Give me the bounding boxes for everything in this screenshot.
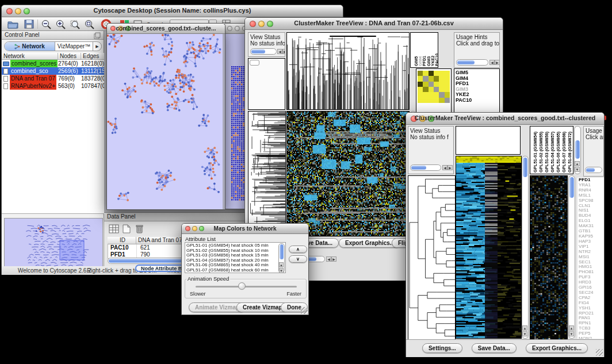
tv2-column-tree — [456, 126, 521, 155]
view-status-message: No status info f — [250, 40, 283, 47]
col-header-edges[interactable]: Edges — [81, 53, 104, 59]
matrix-cell — [439, 76, 444, 81]
mini-panel — [250, 60, 259, 66]
attribute-list[interactable]: GPL51-01 (GSM854) heat shock 05 minGPL51… — [185, 242, 286, 273]
matrix-cell — [439, 87, 444, 92]
tv2-view-status: View Status No status info f ◀▶ — [408, 126, 454, 174]
tv1-column-dendrogram[interactable] — [286, 32, 410, 110]
network-edges: 107847(0) — [81, 83, 104, 89]
treeview2-titlebar[interactable]: ClusterMaker TreeView : combined_scores_… — [406, 113, 604, 125]
tv1-column-label[interactable]: PAC10 — [434, 36, 438, 66]
open-file-icon[interactable] — [7, 19, 18, 29]
matrix-cell — [439, 92, 444, 97]
tv2-labels-vscrollbar[interactable]: ▲▼ — [574, 126, 581, 174]
attribute-item[interactable]: GPL51-07 (GSM868) heat shock 60 min — [186, 268, 284, 273]
tv2-column-label[interactable]: GPL51-03 (GSM856) — [544, 128, 549, 173]
tv2-mini-heatmap[interactable] — [530, 175, 568, 340]
tv2-button-export-graphics[interactable]: Export Graphics... — [526, 343, 588, 353]
tv2-row-dendrogram[interactable] — [408, 175, 456, 340]
tab-vizmapper[interactable]: VizMapper™ — [55, 42, 93, 51]
tv2-usage-hints: Usage Hints Click and drag — [583, 126, 604, 177]
col-header-nodes[interactable]: Nodes — [58, 53, 81, 59]
tv2-genes-vscrollbar[interactable]: ▲▼ — [568, 175, 575, 339]
matrix-cell — [445, 76, 450, 81]
tv2-heatmap-vscrollbar[interactable]: ▲▼ — [522, 156, 529, 339]
tv2-column-label[interactable]: GPL51-02 (GSM855) — [538, 128, 544, 173]
matrix-cell — [445, 92, 450, 97]
panel-tabs: Network VizMapper™ ▶ — [4, 41, 102, 51]
move-down-button[interactable]: ∨ — [289, 255, 307, 263]
tv1-usage-hints: Usage Hints Click and drag to ◀▶ — [454, 32, 500, 68]
tv2-heatmap[interactable] — [456, 156, 522, 339]
folder-icon — [3, 62, 9, 66]
network-table-row[interactable]: combined_sco2569(6)13112(15) — [2, 67, 104, 75]
matrix-cell — [423, 76, 428, 81]
minimize-icon[interactable] — [235, 26, 240, 31]
matrix-cell — [429, 98, 434, 103]
network-name: combined_sco — [10, 67, 49, 75]
tv2-gene-label[interactable]: MON2 — [577, 336, 604, 339]
delete-attribute-icon[interactable] — [135, 224, 144, 234]
tv2-column-label[interactable]: GPL51-01 (GSM854) — [533, 128, 538, 173]
tv2-column-label[interactable]: GPL51-08 (GSM872) — [567, 128, 572, 173]
tab-network[interactable]: Network — [5, 42, 55, 51]
dialog-titlebar[interactable]: Map Colors to Network — [182, 224, 308, 234]
zoom-in-icon[interactable] — [55, 19, 66, 29]
zoom-selected-icon[interactable] — [70, 19, 81, 29]
new-attribute-icon[interactable] — [123, 224, 131, 233]
move-up-button[interactable]: ∧ — [289, 246, 307, 253]
tv2-gene-labels: PFD1YRA1RNR4MSL1SPC98CLN1NIS1BUD4ELG1MAK… — [577, 178, 604, 339]
tv2-button-save-data[interactable]: Save Data... — [472, 343, 517, 353]
col-header-network[interactable]: Network — [2, 53, 58, 59]
network-view-frame[interactable]: combined_scores_good.txt--cluste... — [106, 23, 225, 210]
float-panel-icon[interactable] — [94, 32, 101, 39]
network-name: DNA and Tran 07 — [10, 75, 56, 82]
network-frame-title: combined_scores_good.txt--cluste... — [107, 25, 225, 32]
usage-hints-title: Usage Hints — [586, 128, 602, 134]
network-table-row[interactable]: DNA and Tran 07769(0)183728(0) — [2, 75, 104, 82]
attribute-list-label: Attribute List — [185, 236, 216, 242]
zoom-out-icon[interactable] — [41, 19, 52, 29]
matrix-cell — [423, 87, 428, 92]
control-panel: Control Panel Network VizMapper™ ▶ Netwo… — [2, 31, 104, 271]
network-canvas[interactable] — [107, 34, 225, 209]
network-edges: 183728(0) — [81, 75, 104, 82]
animation-speed-label: Animation Speed — [186, 275, 230, 282]
tv2-button-settings[interactable]: Settings... — [422, 343, 462, 353]
main-titlebar[interactable]: Cytoscape Desktop (Session Name: collins… — [2, 5, 343, 17]
resize-grip[interactable] — [301, 307, 308, 314]
tab-vizmapper-label: VizMapper™ — [58, 43, 91, 49]
tv2-column-label[interactable]: GPL51-04 (GSM857) — [550, 128, 555, 173]
resize-grip[interactable] — [596, 349, 603, 356]
matrix-cell — [429, 71, 434, 76]
data-col-id[interactable]: ID — [108, 237, 136, 244]
matrix-cell — [445, 98, 450, 103]
close-icon[interactable] — [227, 26, 232, 31]
tv1-gene-label[interactable]: PAC10 — [454, 98, 499, 104]
network-nodes: 769(0) — [58, 75, 75, 82]
network-overview-thumbnail[interactable] — [4, 218, 103, 270]
main-window-title: Cytoscape Desktop (Session Name: collins… — [2, 7, 343, 14]
speed-slider-thumb[interactable] — [238, 282, 246, 290]
zoom-fit-icon[interactable] — [84, 19, 95, 29]
matrix-cell — [439, 82, 444, 87]
tv2-column-label[interactable]: GPL51-06 (GSM865) — [556, 128, 561, 173]
network-frame-titlebar[interactable]: combined_scores_good.txt--cluste... — [107, 24, 225, 34]
tab-overflow-arrow[interactable]: ▶ — [93, 42, 101, 51]
table-mode-icon[interactable] — [109, 224, 119, 233]
save-session-icon[interactable] — [24, 19, 35, 29]
network-table-row[interactable]: combined_scores2764(0)16218(0) — [2, 60, 104, 67]
matrix-cell — [439, 71, 444, 76]
tv2-column-label[interactable]: GPL51-07 (GSM868) — [561, 128, 567, 173]
tv1-heatmap[interactable] — [286, 111, 410, 236]
network-table-row[interactable]: RNAPuberNov2+563(0)107847(0) — [2, 82, 104, 90]
file-icon — [3, 76, 8, 82]
usage-hints-message: Click and drag — [586, 134, 602, 140]
matrix-cell — [429, 76, 434, 81]
treeview2-title: ClusterMaker TreeView : combined_scores_… — [406, 114, 604, 121]
tv1-summary-matrix[interactable] — [418, 71, 450, 103]
treeview1-titlebar[interactable]: ClusterMaker TreeView : DNA and Tran 07-… — [245, 18, 503, 30]
tv1-row-dendrogram[interactable] — [248, 111, 286, 236]
speed-slider-track[interactable] — [196, 286, 297, 288]
matrix-cell — [429, 92, 434, 97]
